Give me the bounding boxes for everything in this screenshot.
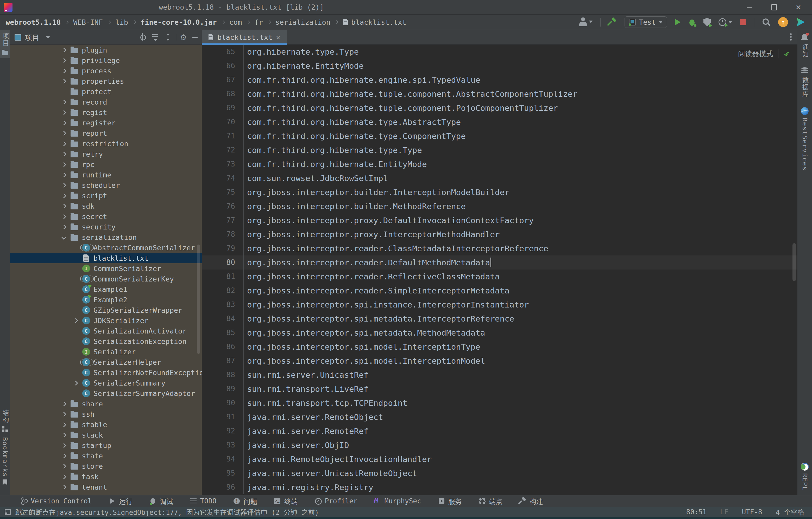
- locate-file-icon[interactable]: [139, 33, 147, 42]
- code-line[interactable]: 68 com.fr.third.org.hibernate.tuple.comp…: [202, 87, 798, 101]
- tree-item[interactable]: regist: [10, 107, 202, 118]
- code-line[interactable]: 90 sun.rmi.transport.tcp.TCPEndpoint: [202, 396, 798, 410]
- tree-scrollbar[interactable]: [197, 245, 200, 354]
- tree-item[interactable]: CommonSerializerKey: [10, 274, 202, 284]
- chevron-icon[interactable]: [58, 413, 69, 416]
- tree-item[interactable]: startup: [10, 440, 202, 451]
- code-line[interactable]: 85 org.jboss.interceptor.spi.metadata.Me…: [202, 326, 798, 340]
- tree-item[interactable]: scheduler: [10, 180, 202, 190]
- tree-item[interactable]: retry: [10, 149, 202, 159]
- hide-panel-icon[interactable]: [193, 37, 198, 38]
- tool-window-button[interactable]: 服务: [432, 495, 468, 507]
- code-line[interactable]: 89 sun.rmi.transport.LiveRef: [202, 382, 798, 396]
- tree-item[interactable]: tenant: [10, 482, 202, 492]
- tool-window-button[interactable]: 运行: [103, 495, 138, 507]
- tree-item[interactable]: properties: [10, 76, 202, 86]
- user-icon[interactable]: [578, 18, 592, 27]
- editor-options-icon[interactable]: [790, 33, 792, 35]
- tool-button-repl[interactable]: REPL: [798, 460, 812, 493]
- caret-position[interactable]: 80:51: [686, 508, 706, 516]
- tree-item[interactable]: store: [10, 461, 202, 471]
- code-line[interactable]: 82 org.jboss.interceptor.reader.SimpleIn…: [202, 283, 798, 298]
- indent-setting[interactable]: 4 个空格: [776, 507, 804, 517]
- tool-button-notifications[interactable]: 通知: [798, 31, 812, 61]
- chevron-icon[interactable]: [58, 100, 69, 104]
- tree-item[interactable]: security: [10, 222, 202, 232]
- stop-button[interactable]: [740, 19, 746, 25]
- tool-window-button[interactable]: 调试: [143, 495, 179, 507]
- breadcrumb-item[interactable]: blacklist.txt: [343, 18, 406, 26]
- tree-item[interactable]: task: [10, 471, 202, 482]
- tree-item[interactable]: secret: [10, 211, 202, 222]
- gear-icon[interactable]: [180, 33, 189, 42]
- chevron-icon[interactable]: [58, 205, 69, 208]
- breadcrumb-item[interactable]: fr: [254, 18, 276, 26]
- code-line[interactable]: 78 org.jboss.interceptor.proxy.Intercept…: [202, 227, 798, 241]
- tree-item[interactable]: blacklist.txt: [10, 253, 202, 263]
- editor-body[interactable]: 65 org.hibernate.type.Type 66 org.hibern…: [202, 45, 798, 495]
- tree-item[interactable]: AbstractCommonSerializer: [10, 242, 202, 253]
- code-line[interactable]: 91 java.rmi.server.RemoteObject: [202, 410, 798, 424]
- code-line[interactable]: 93 java.rmi.server.ObjID: [202, 438, 798, 452]
- chevron-down-icon[interactable]: [46, 36, 50, 38]
- tool-button-bookmarks[interactable]: Bookmarks: [0, 434, 10, 488]
- tree-item[interactable]: SerializationActivator: [10, 326, 202, 336]
- chevron-icon[interactable]: [58, 475, 69, 479]
- tree-item[interactable]: record: [10, 97, 202, 107]
- breadcrumb-item[interactable]: webroot5.1.18: [6, 18, 73, 26]
- breadcrumb-item[interactable]: com: [229, 18, 255, 26]
- collapse-all-icon[interactable]: [164, 33, 172, 42]
- tool-window-button[interactable]: TODO: [184, 495, 222, 507]
- tree-item[interactable]: state: [10, 451, 202, 461]
- chevron-icon[interactable]: [58, 142, 69, 146]
- run-configuration-select[interactable]: Test: [625, 17, 667, 28]
- tool-button-structure[interactable]: 结构: [0, 407, 10, 434]
- code-line[interactable]: 66 org.hibernate.EntityMode: [202, 59, 798, 73]
- tree-item[interactable]: JDKSerializer: [10, 315, 202, 326]
- tool-window-button[interactable]: 终端: [268, 495, 303, 507]
- tree-item[interactable]: SerializationException: [10, 336, 202, 346]
- code-line[interactable]: 84 org.jboss.interceptor.spi.metadata.In…: [202, 312, 798, 326]
- code-line[interactable]: 72 com.fr.third.org.hibernate.type.Type: [202, 143, 798, 157]
- menu-item[interactable]: [69, 0, 79, 14]
- breadcrumb-item[interactable]: fine-core-10.0.jar: [141, 18, 229, 26]
- chevron-icon[interactable]: [58, 132, 69, 135]
- menu-item[interactable]: [99, 0, 109, 14]
- chevron-icon[interactable]: [58, 111, 69, 114]
- chevron-icon[interactable]: [58, 215, 69, 218]
- code-line[interactable]: 80 org.jboss.interceptor.reader.DefaultM…: [202, 255, 798, 270]
- close-icon[interactable]: [794, 3, 803, 12]
- chevron-icon[interactable]: [58, 49, 69, 52]
- code-line[interactable]: 96 java.rmi.registry.Registry: [202, 480, 798, 494]
- tree-item[interactable]: stable: [10, 419, 202, 430]
- menu-item[interactable]: [39, 0, 50, 14]
- tree-item[interactable]: GZipSerializerWrapper: [10, 305, 202, 315]
- code-line[interactable]: 74 com.sun.rowset.JdbcRowSetImpl: [202, 171, 798, 185]
- menu-item[interactable]: [128, 0, 139, 14]
- chevron-icon[interactable]: [70, 381, 81, 385]
- chevron-icon[interactable]: [70, 319, 81, 322]
- tree-item[interactable]: SerializerNotFoundException: [10, 367, 202, 378]
- tree-item[interactable]: report: [10, 128, 202, 139]
- tool-window-button[interactable]: 构建: [513, 495, 549, 507]
- minimize-icon[interactable]: [745, 3, 754, 12]
- tree-item[interactable]: ssh: [10, 409, 202, 419]
- chevron-icon[interactable]: [58, 225, 69, 229]
- tree-item[interactable]: Serializer: [10, 346, 202, 357]
- tree-item[interactable]: share: [10, 399, 202, 409]
- code-line[interactable]: 79 org.jboss.interceptor.reader.ClassMet…: [202, 241, 798, 255]
- code-line[interactable]: 73 com.fr.third.org.hibernate.EntityMode: [202, 157, 798, 171]
- tool-window-button[interactable]: 问题: [227, 495, 263, 507]
- code-line[interactable]: 81 org.jboss.interceptor.reader.Reflecti…: [202, 270, 798, 283]
- chevron-icon[interactable]: [58, 423, 69, 426]
- tree-item[interactable]: SerializerSummaryAdaptor: [10, 388, 202, 399]
- tool-button-database[interactable]: 数据库: [798, 65, 812, 100]
- tab-blacklist[interactable]: blacklist.txt: [202, 30, 287, 45]
- chevron-icon[interactable]: [58, 454, 69, 458]
- code-line[interactable]: 95 java.rmi.server.UnicastRemoteObject: [202, 466, 798, 480]
- menu-item[interactable]: [89, 0, 99, 14]
- tool-window-button[interactable]: 端点: [473, 495, 508, 507]
- menu-item[interactable]: [109, 0, 119, 14]
- code-line[interactable]: 76 org.jboss.interceptor.builder.MethodR…: [202, 199, 798, 213]
- code-with-me-icon[interactable]: [796, 18, 805, 27]
